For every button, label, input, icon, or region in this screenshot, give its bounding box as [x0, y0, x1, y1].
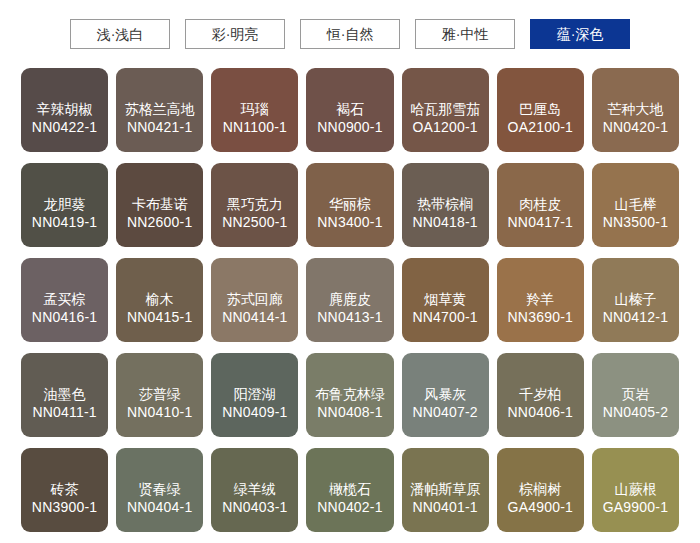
color-swatch[interactable]: 芒种大地 NN0420-1 [592, 68, 679, 152]
swatch-name: 苏格兰高地 [125, 100, 195, 118]
swatch-name: 山蕨根 [614, 480, 656, 498]
color-swatch[interactable]: 山蕨根 GA9900-1 [592, 448, 679, 532]
color-swatch[interactable]: 页岩 NN0405-2 [592, 353, 679, 437]
swatch-name: 千岁柏 [519, 385, 561, 403]
swatch-name: 山榛子 [614, 290, 656, 308]
swatch-name: 玛瑙 [241, 100, 269, 118]
swatch-code: NN3500-1 [603, 213, 668, 231]
swatch-code: NN0408-1 [317, 403, 382, 421]
swatch-code: OA1200-1 [412, 118, 477, 136]
swatch-code: NN3400-1 [317, 213, 382, 231]
swatch-code: NN0900-1 [317, 118, 382, 136]
swatch-code: NN0420-1 [603, 118, 668, 136]
color-swatch[interactable]: 苏格兰高地 NN0421-1 [116, 68, 203, 152]
color-swatch[interactable]: 华丽棕 NN3400-1 [306, 163, 393, 247]
swatch-name: 油墨色 [44, 385, 86, 403]
tab-label: 蕴·深色 [557, 26, 604, 42]
swatch-code: NN0422-1 [32, 118, 97, 136]
swatch-code: NN0419-1 [32, 213, 97, 231]
color-swatch[interactable]: 山榛子 NN0412-1 [592, 258, 679, 342]
swatch-name: 芒种大地 [607, 100, 663, 118]
color-palette-page: 浅·浅白 彩·明亮 恒·自然 雅·中性 蕴·深色 辛辣胡椒 NN0422-1 苏… [0, 0, 700, 543]
swatch-code: NN0410-1 [127, 403, 192, 421]
swatch-code: NN3690-1 [508, 308, 573, 326]
color-swatch[interactable]: 哈瓦那雪茄 OA1200-1 [402, 68, 489, 152]
color-swatch[interactable]: 榆木 NN0415-1 [116, 258, 203, 342]
color-swatch[interactable]: 孟买棕 NN0416-1 [21, 258, 108, 342]
swatch-code: NN0412-1 [603, 308, 668, 326]
swatch-name: 华丽棕 [329, 195, 371, 213]
tab-label: 雅·中性 [442, 26, 489, 42]
swatch-code: NN2500-1 [222, 213, 287, 231]
tab-3[interactable]: 恒·自然 [300, 19, 400, 49]
color-swatch[interactable]: 莎普绿 NN0410-1 [116, 353, 203, 437]
swatch-name: 褐石 [336, 100, 364, 118]
tab-5[interactable]: 蕴·深色 [530, 19, 630, 49]
color-swatch[interactable]: 布鲁克林绿 NN0408-1 [306, 353, 393, 437]
swatch-code: NN0418-1 [412, 213, 477, 231]
tab-label: 彩·明亮 [212, 26, 259, 42]
swatch-name: 辛辣胡椒 [37, 100, 93, 118]
color-swatch[interactable]: 橄榄石 NN0402-1 [306, 448, 393, 532]
swatch-name: 山毛榉 [614, 195, 656, 213]
swatch-code: NN0421-1 [127, 118, 192, 136]
swatch-name: 孟买棕 [44, 290, 86, 308]
color-swatch[interactable]: 贤春绿 NN0404-1 [116, 448, 203, 532]
swatch-name: 阳澄湖 [234, 385, 276, 403]
swatch-name: 热带棕榈 [417, 195, 473, 213]
color-swatch[interactable]: 褐石 NN0900-1 [306, 68, 393, 152]
color-swatch[interactable]: 热带棕榈 NN0418-1 [402, 163, 489, 247]
swatch-code: GA4900-1 [508, 498, 573, 516]
category-tabs: 浅·浅白 彩·明亮 恒·自然 雅·中性 蕴·深色 [0, 0, 700, 49]
swatch-name: 苏式回廊 [227, 290, 283, 308]
swatch-code: NN0406-1 [508, 403, 573, 421]
color-swatch[interactable]: 巴厘岛 OA2100-1 [497, 68, 584, 152]
color-swatch[interactable]: 辛辣胡椒 NN0422-1 [21, 68, 108, 152]
color-swatch[interactable]: 潘帕斯草原 NN0401-1 [402, 448, 489, 532]
swatch-code: NN0413-1 [317, 308, 382, 326]
swatch-name: 龙胆葵 [44, 195, 86, 213]
swatch-code: GA9900-1 [603, 498, 668, 516]
color-swatch[interactable]: 黑巧克力 NN2500-1 [211, 163, 298, 247]
color-swatch[interactable]: 山毛榉 NN3500-1 [592, 163, 679, 247]
swatch-name: 烟草黄 [424, 290, 466, 308]
tab-4[interactable]: 雅·中性 [415, 19, 515, 49]
swatch-name: 黑巧克力 [227, 195, 283, 213]
swatch-code: NN0415-1 [127, 308, 192, 326]
swatch-name: 贤春绿 [139, 480, 181, 498]
swatch-code: NN0401-1 [412, 498, 477, 516]
swatch-name: 榆木 [146, 290, 174, 308]
swatch-name: 棕榈树 [519, 480, 561, 498]
tab-label: 浅·浅白 [97, 26, 144, 42]
color-swatch[interactable]: 棕榈树 GA4900-1 [497, 448, 584, 532]
swatch-name: 绿羊绒 [234, 480, 276, 498]
swatch-code: NN3900-1 [32, 498, 97, 516]
swatch-code: NN2600-1 [127, 213, 192, 231]
color-swatch[interactable]: 风暴灰 NN0407-2 [402, 353, 489, 437]
color-swatch[interactable]: 绿羊绒 NN0403-1 [211, 448, 298, 532]
swatch-name: 风暴灰 [424, 385, 466, 403]
swatch-code: NN0414-1 [222, 308, 287, 326]
color-swatch[interactable]: 油墨色 NN0411-1 [21, 353, 108, 437]
color-swatch[interactable]: 麂鹿皮 NN0413-1 [306, 258, 393, 342]
color-swatch[interactable]: 卡布基诺 NN2600-1 [116, 163, 203, 247]
color-swatch[interactable]: 苏式回廊 NN0414-1 [211, 258, 298, 342]
color-swatch[interactable]: 阳澄湖 NN0409-1 [211, 353, 298, 437]
color-swatch[interactable]: 龙胆葵 NN0419-1 [21, 163, 108, 247]
swatch-code: NN1100-1 [223, 118, 287, 136]
swatch-name: 潘帕斯草原 [410, 480, 480, 498]
swatch-name: 页岩 [621, 385, 649, 403]
color-swatch[interactable]: 烟草黄 NN4700-1 [402, 258, 489, 342]
color-swatch[interactable]: 玛瑙 NN1100-1 [211, 68, 298, 152]
tab-2[interactable]: 彩·明亮 [185, 19, 285, 49]
color-swatch[interactable]: 砖茶 NN3900-1 [21, 448, 108, 532]
tab-1[interactable]: 浅·浅白 [70, 19, 170, 49]
swatch-name: 莎普绿 [139, 385, 181, 403]
color-swatch[interactable]: 肉桂皮 NN0417-1 [497, 163, 584, 247]
color-swatch[interactable]: 千岁柏 NN0406-1 [497, 353, 584, 437]
swatch-code: NN0403-1 [222, 498, 287, 516]
color-swatch[interactable]: 羚羊 NN3690-1 [497, 258, 584, 342]
swatch-code: NN0407-2 [412, 403, 477, 421]
swatch-code: NN0402-1 [317, 498, 382, 516]
swatch-code: NN0416-1 [32, 308, 97, 326]
